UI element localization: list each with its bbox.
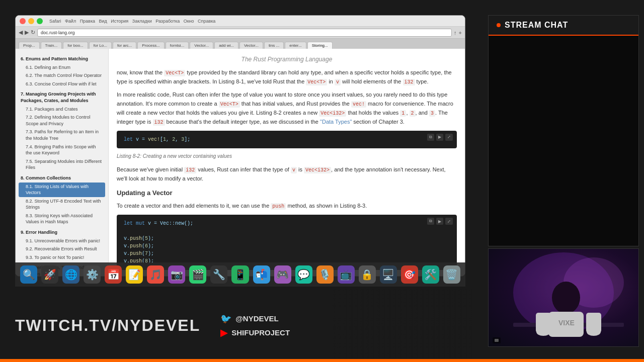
minimize-button[interactable] (28, 18, 34, 24)
add-tab-button[interactable]: + (459, 30, 462, 36)
sidebar-item-paths[interactable]: 7.3. Paths for Referring to an Item in t… (19, 128, 105, 142)
tab-2[interactable]: for boo... (63, 42, 88, 49)
url-bar[interactable]: doc.rust-lang.org (37, 29, 452, 37)
dock-icon-music[interactable]: 🎵 (147, 265, 164, 284)
back-button[interactable]: ◀ (19, 29, 23, 36)
browser-window: Safari Файл Правка Вид История Закладки … (15, 15, 465, 277)
run-button-2[interactable]: ▶ (436, 218, 443, 225)
person-silhouette: VIXE (493, 252, 634, 343)
tab-3[interactable]: for Lo... (89, 42, 112, 49)
youtube-icon: ▶ (220, 327, 227, 338)
browser-content: 6. Enums and Pattern Matching 6.1. Defin… (16, 49, 465, 277)
svg-point-9 (587, 328, 601, 336)
sidebar-item-panic[interactable]: 9.1. Unrecoverable Errors with panic! (19, 237, 105, 245)
expand-button-1[interactable]: ⤢ (445, 134, 453, 141)
dock-icon-stream[interactable]: 📺 (338, 265, 355, 284)
dock-bar: 🔍 🚀 🌐 ⚙️ 📅 📝 🎵 📷 🎬 🔧 📱 📬 🎮 💬 🎙️ 📺 🔒 🖥️ 🎯… (15, 262, 465, 287)
tab-8[interactable]: add wi... (214, 42, 238, 49)
sidebar-item-to-panic[interactable]: 9.3. To panic or Not To panic! (19, 253, 105, 262)
tab-1[interactable]: Train... (41, 42, 62, 49)
sidebar-item-modules[interactable]: 7.2. Defining Modules to Control Scope a… (19, 113, 105, 128)
url-text: doc.rust-lang.org (41, 30, 75, 35)
share-button[interactable]: ↑ (454, 30, 457, 36)
webcam-indicator (493, 337, 501, 343)
dock-icon-notes[interactable]: 📝 (126, 265, 143, 284)
dock-icon-photos[interactable]: 📷 (168, 265, 185, 284)
dock-icon-calendar[interactable]: 📅 (105, 265, 122, 284)
close-button[interactable] (20, 18, 26, 24)
sidebar-item-result[interactable]: 9.2. Recoverable Errors with Result (19, 245, 105, 253)
dock-icon-trash[interactable]: 🗑️ (443, 265, 460, 284)
tab-4[interactable]: for arc... (113, 42, 136, 49)
code-line-1: let v = vec![1, 2, 3]; (124, 136, 450, 143)
stream-chat-title: STREAM CHAT (505, 21, 568, 30)
dock-icon-monitor[interactable]: 🖥️ (380, 265, 397, 284)
dock-icon-settings[interactable]: ⚙️ (84, 265, 101, 284)
copy-button-1[interactable]: ⧉ (427, 134, 434, 141)
stream-chat-header: STREAM CHAT (489, 16, 638, 36)
sidebar-item-collections[interactable]: 8. Common Collections (19, 174, 105, 183)
copy-button-2[interactable]: ⧉ (427, 218, 434, 225)
sidebar-item-sep-modules[interactable]: 7.5. Separating Modules into Different F… (19, 157, 105, 172)
maximize-button[interactable] (37, 18, 43, 24)
expand-button-2[interactable]: ⤢ (445, 218, 453, 225)
dock-icon-launchpad[interactable]: 🚀 (41, 265, 58, 284)
sidebar-item-vectors[interactable]: 8.1. Storing Lists of Values with Vector… (19, 183, 105, 197)
sidebar-item-strings[interactable]: 8.2. Storing UTF-8 Encoded Text with Str… (19, 197, 105, 212)
sidebar-item-error[interactable]: 9. Error Handling (19, 228, 105, 237)
stream-chat-panel: STREAM CHAT (488, 15, 639, 246)
dock-icon-game[interactable]: 🎮 (274, 265, 291, 284)
dock-icon-finder[interactable]: 🔍 (20, 265, 37, 284)
dock-icon-mobile[interactable]: 📱 (231, 265, 249, 284)
dock-icon-dev[interactable]: 🛠️ (422, 265, 439, 284)
dock-icon-target[interactable]: 🎯 (401, 265, 418, 284)
dock-icon-chat[interactable]: 💬 (295, 265, 312, 284)
tab-9[interactable]: Vector... (239, 42, 263, 49)
caption-1: Listing 8-2: Creating a new vector conta… (117, 152, 457, 160)
code-line-2a: let mut v = Vec::new(); (124, 220, 450, 227)
svg-point-8 (536, 328, 550, 336)
bottom-overlay: TWITCH.TV/NYDEVEL 🐦 @NYDEVEL ▶ SHIFUPROJ… (0, 289, 473, 362)
dock-icon-tools[interactable]: 🔧 (210, 265, 227, 284)
webcam-container: VIXE (488, 248, 639, 347)
sidebar-item-enums[interactable]: 6. Enums and Pattern Matching (19, 55, 105, 63)
code-line-2e: v.push(7); (124, 250, 450, 257)
sidebar-item-use[interactable]: 7.4. Bringing Paths into Scope with the … (19, 143, 105, 157)
code-block-2: ⧉ ▶ ⤢ let mut v = Vec::new(); v.push(5);… (117, 215, 457, 270)
tab-12[interactable]: Storing... (307, 42, 333, 49)
code-block-1: ⧉ ▶ ⤢ let v = vec![1, 2, 3]; (117, 131, 457, 148)
dock-icon-mic[interactable]: 🎙️ (316, 265, 334, 284)
dock-icon-browser[interactable]: 🌐 (62, 265, 79, 284)
tab-6[interactable]: forntsi... (166, 42, 189, 49)
sidebar: 6. Enums and Pattern Matching 6.1. Defin… (16, 49, 109, 277)
tab-10[interactable]: tins ... (264, 42, 284, 49)
tab-11[interactable]: enter... (285, 42, 306, 49)
dock-icon-security[interactable]: 🔒 (359, 265, 376, 284)
dock-icon-mail[interactable]: 📬 (253, 265, 270, 284)
svg-text:VIXE: VIXE (558, 319, 575, 327)
svg-point-3 (552, 282, 580, 314)
sidebar-item-enum-def[interactable]: 6.1. Defining an Enum (19, 63, 105, 72)
run-button-1[interactable]: ▶ (436, 134, 443, 141)
sidebar-item-packages[interactable]: 7. Managing Growing Projects with Packag… (19, 90, 105, 105)
intro-paragraph: now, know that the Vec<T> type provided … (117, 68, 457, 86)
sidebar-item-match[interactable]: 6.2. The match Control Flow Operator (19, 71, 105, 80)
tab-5[interactable]: Process... (137, 42, 165, 49)
tab-0[interactable]: Prop... (19, 42, 40, 49)
webcam-bg: VIXE (489, 249, 638, 346)
code-line-2c: v.push(5); (124, 235, 450, 242)
para3: Because we've given initial i32 values, … (117, 165, 457, 184)
sidebar-item-pkg-crates[interactable]: 7.1. Packages and Crates (19, 105, 105, 114)
updating-title: Updating a Vector (117, 188, 457, 199)
refresh-button[interactable]: ↻ (31, 29, 35, 36)
twitter-handle: @NYDEVEL (235, 314, 278, 323)
dock-icon-video[interactable]: 🎬 (189, 265, 206, 284)
main-content[interactable]: The Rust Programming Language now, know … (109, 49, 465, 277)
para2: In more realistic code, Rust can often i… (117, 90, 457, 127)
forward-button[interactable]: ▶ (25, 29, 29, 36)
tab-7[interactable]: Vector... (190, 42, 213, 49)
sidebar-item-hash-maps[interactable]: 8.3. Storing Keys with Associated Values… (19, 212, 105, 226)
browser-tabs: Prop... Train... for boo... for Lo... fo… (16, 39, 465, 49)
sidebar-item-if-let[interactable]: 6.3. Concise Control Flow with if let (19, 80, 105, 88)
para4: To create a vector and then add elements… (117, 202, 457, 211)
